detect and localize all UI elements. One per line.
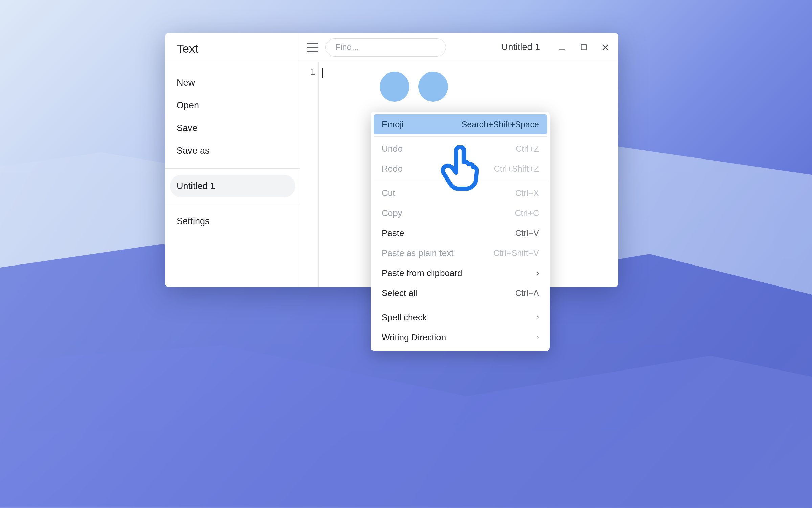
line-gutter: 1 <box>300 62 319 287</box>
app-title: Text <box>165 34 300 62</box>
context-menu-item-label: Spell check <box>382 312 427 323</box>
touch-indicator <box>418 72 448 102</box>
context-menu-shortcut: Ctrl+X <box>515 188 539 198</box>
svg-rect-1 <box>581 45 586 50</box>
text-cursor <box>322 68 323 78</box>
sidebar-item-save[interactable]: Save <box>165 117 300 140</box>
sidebar-item-settings[interactable]: Settings <box>165 210 300 233</box>
line-number: 1 <box>311 67 315 76</box>
context-menu-item-copy: CopyCtrl+C <box>374 203 547 223</box>
context-menu-item-spell-check[interactable]: Spell check› <box>374 308 547 327</box>
maximize-icon <box>579 43 588 52</box>
context-menu-shortcut: Ctrl+Z <box>516 144 539 154</box>
sidebar-item-new[interactable]: New <box>165 71 300 94</box>
context-menu-item-label: Cut <box>382 188 395 198</box>
sidebar-item-open[interactable]: Open <box>165 94 300 117</box>
context-menu-item-label: Paste as plain text <box>382 248 453 258</box>
context-menu-item-emoji[interactable]: EmojiSearch+Shift+Space <box>374 114 547 134</box>
document-name: Untitled 1 <box>501 42 540 52</box>
context-menu-item-paste-from-clipboard[interactable]: Paste from clipboard› <box>374 263 547 283</box>
context-menu-shortcut: Ctrl+A <box>515 288 539 298</box>
context-menu-shortcut: Search+Shift+Space <box>461 120 539 129</box>
minimize-icon <box>558 43 566 52</box>
context-menu-item-label: Paste <box>382 228 404 238</box>
close-icon <box>601 43 610 52</box>
chevron-right-icon: › <box>537 313 539 322</box>
divider <box>165 204 300 204</box>
hamburger-icon[interactable] <box>307 43 318 52</box>
sidebar-menu: New Open Save Save as Untitled 1 Setting… <box>165 62 300 233</box>
context-menu-item-label: Paste from clipboard <box>382 268 462 278</box>
context-menu-shortcut: Ctrl+V <box>515 228 539 238</box>
context-menu-item-label: Select all <box>382 288 418 298</box>
search-input[interactable] <box>335 42 436 52</box>
context-menu-shortcut: Ctrl+Shift+Z <box>494 164 539 174</box>
context-menu-item-label: Undo <box>382 144 403 154</box>
maximize-button[interactable] <box>577 40 591 55</box>
search-field[interactable] <box>325 38 446 57</box>
context-menu-item-paste-as-plain-text: Paste as plain textCtrl+Shift+V <box>374 243 547 263</box>
minimize-button[interactable] <box>555 40 569 55</box>
chevron-right-icon: › <box>537 333 539 342</box>
pointing-hand-icon <box>440 145 479 192</box>
sidebar-item-document[interactable]: Untitled 1 <box>170 175 295 197</box>
divider <box>165 168 300 169</box>
context-menu-item-label: Redo <box>382 164 403 174</box>
context-menu-shortcut: Ctrl+Shift+V <box>493 248 539 258</box>
toolbar: Untitled 1 <box>300 33 618 62</box>
context-menu-item-select-all[interactable]: Select allCtrl+A <box>374 283 547 303</box>
sidebar: Text New Open Save Save as Untitled 1 Se… <box>165 33 300 287</box>
chevron-right-icon: › <box>537 269 539 278</box>
context-menu-item-label: Writing Direction <box>382 332 446 343</box>
divider <box>374 136 547 137</box>
divider <box>374 305 547 305</box>
sidebar-item-save-as[interactable]: Save as <box>165 140 300 162</box>
context-menu-shortcut: Ctrl+C <box>515 208 539 218</box>
context-menu-item-paste[interactable]: PasteCtrl+V <box>374 223 547 243</box>
close-button[interactable] <box>598 40 612 55</box>
context-menu-item-label: Emoji <box>382 119 404 130</box>
context-menu-item-writing-direction[interactable]: Writing Direction› <box>374 327 547 347</box>
context-menu-item-label: Copy <box>382 208 402 218</box>
touch-indicator <box>380 72 409 102</box>
